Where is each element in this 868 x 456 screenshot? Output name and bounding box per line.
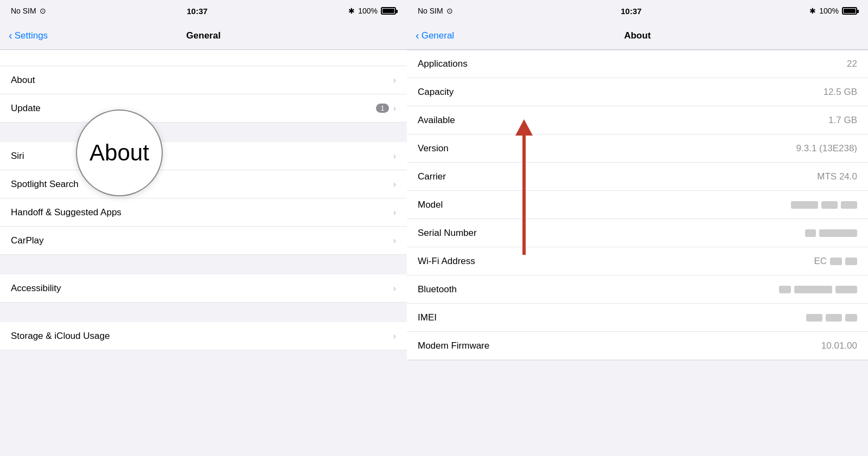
left-status-right: ✱ 100% xyxy=(348,7,396,15)
about-row-label: About xyxy=(11,75,393,86)
right-battery-icon xyxy=(842,7,857,15)
imei-blur-3 xyxy=(845,314,857,322)
right-wifi-icon: ⊙ xyxy=(446,7,453,15)
carplay-label: CarPlay xyxy=(11,235,393,246)
serial-number-value xyxy=(805,229,857,237)
right-back-label: General xyxy=(422,30,454,41)
bt-blur-2 xyxy=(794,286,832,293)
right-time: 10:37 xyxy=(621,7,641,16)
modem-firmware-value: 10.01.00 xyxy=(821,341,857,351)
left-time: 10:37 xyxy=(187,7,207,16)
model-value xyxy=(791,201,857,209)
carrier-row[interactable]: Carrier MTS 24.0 xyxy=(407,163,868,191)
imei-value xyxy=(803,314,857,322)
spotlight-search-row[interactable]: Spotlight Search › xyxy=(0,170,407,198)
modem-firmware-label: Modem Firmware xyxy=(418,341,526,351)
imei-blur-2 xyxy=(826,314,842,322)
right-panel: No SIM ⊙ 10:37 ✱ 100% ‹ General About Ap… xyxy=(407,0,868,456)
battery-icon xyxy=(381,7,396,15)
capacity-label: Capacity xyxy=(418,87,526,98)
serial-number-label: Serial Number xyxy=(418,228,526,239)
right-nav-bar: ‹ General About xyxy=(407,22,868,50)
accessibility-label: Accessibility xyxy=(11,283,393,294)
carrier-label: Carrier xyxy=(418,171,526,182)
left-status-left: No SIM ⊙ xyxy=(11,7,46,15)
about-chevron-icon: › xyxy=(393,75,396,85)
bluetooth-row[interactable]: Bluetooth xyxy=(407,275,868,304)
about-row-container: About About › Update 1 › xyxy=(0,66,407,123)
model-blur-2 xyxy=(821,201,838,209)
version-label: Version xyxy=(418,143,526,154)
software-update-row[interactable]: Update 1 › xyxy=(0,94,407,123)
model-blur-3 xyxy=(841,201,857,209)
right-status-bar: No SIM ⊙ 10:37 ✱ 100% xyxy=(407,0,868,22)
available-row[interactable]: Available 1.7 GB xyxy=(407,106,868,134)
right-bluetooth-icon: ✱ xyxy=(809,7,816,15)
capacity-value: 12.5 GB xyxy=(824,87,857,98)
battery-label: 100% xyxy=(358,7,378,15)
storage-row[interactable]: Storage & iCloud Usage › xyxy=(0,322,407,350)
spacer-3 xyxy=(0,303,407,322)
magnify-circle: About xyxy=(76,110,163,196)
bluetooth-label: Bluetooth xyxy=(418,284,526,295)
wifi-icon: ⊙ xyxy=(40,7,46,15)
right-status-right: ✱ 100% xyxy=(809,7,857,15)
no-sim-label: No SIM xyxy=(11,7,36,15)
model-label: Model xyxy=(418,200,526,210)
handoff-row[interactable]: Handoff & Suggested Apps › xyxy=(0,198,407,227)
imei-blur-1 xyxy=(806,314,822,322)
spotlight-search-label: Spotlight Search xyxy=(11,179,393,190)
right-no-sim-label: No SIM xyxy=(418,7,443,15)
bt-blur-1 xyxy=(779,286,791,293)
wifi-blur-1 xyxy=(830,258,842,265)
magnify-text: About xyxy=(90,140,149,166)
modem-firmware-row[interactable]: Modem Firmware 10.01.00 xyxy=(407,332,868,360)
model-row[interactable]: Model xyxy=(407,191,868,219)
available-value: 1.7 GB xyxy=(828,115,857,126)
applications-value: 22 xyxy=(847,59,857,69)
siri-chevron-icon: › xyxy=(393,151,396,161)
about-row[interactable]: About › xyxy=(0,66,407,94)
siri-label: Siri xyxy=(11,151,393,162)
imei-row[interactable]: IMEI xyxy=(407,304,868,332)
bt-blur-3 xyxy=(835,286,857,293)
left-chevron-icon: ‹ xyxy=(9,29,12,42)
carplay-row[interactable]: CarPlay › xyxy=(0,227,407,255)
left-back-label: Settings xyxy=(15,30,48,41)
capacity-row[interactable]: Capacity 12.5 GB xyxy=(407,78,868,106)
spacer-2 xyxy=(0,255,407,274)
imei-label: IMEI xyxy=(418,312,526,323)
handoff-label: Handoff & Suggested Apps xyxy=(11,207,393,218)
spacer-1 xyxy=(0,123,407,142)
storage-chevron-icon: › xyxy=(393,331,396,341)
bluetooth-icon: ✱ xyxy=(348,7,355,15)
serial-blur-1 xyxy=(805,229,816,237)
siri-row[interactable]: Siri › xyxy=(0,142,407,170)
left-nav-bar: ‹ Settings General xyxy=(0,22,407,50)
left-nav-title: General xyxy=(186,30,220,41)
right-chevron-icon: ‹ xyxy=(416,29,419,42)
accessibility-chevron-icon: › xyxy=(393,284,396,293)
wifi-blur-2 xyxy=(845,258,857,265)
version-row[interactable]: Version 9.3.1 (13E238) xyxy=(407,134,868,163)
update-badge: 1 xyxy=(376,104,388,113)
storage-label: Storage & iCloud Usage xyxy=(11,331,393,342)
partial-top-row xyxy=(0,50,407,66)
bottom-separator xyxy=(407,360,868,361)
update-chevron-icon: › xyxy=(393,104,396,113)
right-back-button[interactable]: ‹ General xyxy=(416,30,454,42)
applications-label: Applications xyxy=(418,59,526,69)
bluetooth-value xyxy=(779,286,857,293)
wifi-address-value: EC xyxy=(814,256,857,267)
carplay-chevron-icon: › xyxy=(393,236,396,246)
wifi-address-row[interactable]: Wi-Fi Address EC xyxy=(407,247,868,275)
right-status-left: No SIM ⊙ xyxy=(418,7,453,15)
wifi-address-label: Wi-Fi Address xyxy=(418,256,526,267)
available-label: Available xyxy=(418,115,526,126)
left-back-button[interactable]: ‹ Settings xyxy=(9,30,48,42)
wifi-partial-text: EC xyxy=(814,256,827,267)
accessibility-row[interactable]: Accessibility › xyxy=(0,274,407,303)
applications-row[interactable]: Applications 22 xyxy=(407,50,868,78)
serial-number-row[interactable]: Serial Number xyxy=(407,219,868,247)
model-blur-1 xyxy=(791,201,818,209)
